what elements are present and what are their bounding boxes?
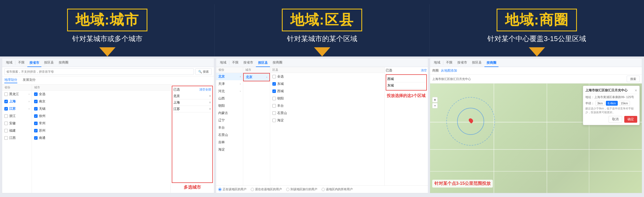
clear-all-btn[interactable]: 清空全部 [199,88,211,92]
tab-unlimited[interactable]: 不限 [16,60,27,65]
list-item[interactable]: ✓ 西城 [270,88,384,95]
list-item[interactable]: 海淀 [270,117,384,124]
chevron-right-icon: › [29,107,29,110]
checkbox-checked: ✓ [34,100,38,103]
remove-icon[interactable]: ✕ [209,107,211,111]
chevron-right-icon: › [29,93,29,96]
selected-label2: 已选 [386,68,392,73]
district-name: 石景山 [277,111,287,115]
radio-item[interactable]: 正在该地区的用户 [218,187,246,191]
remove-icon[interactable]: ✕ [209,94,211,98]
radius-6km-btn[interactable]: 6.4km [606,101,618,106]
list-item[interactable]: ✓ 苏州 [32,127,170,134]
list-item[interactable]: 吉林 [216,139,243,146]
list-item[interactable]: 全选 [270,73,384,80]
tab2-by-province[interactable]: 按省市 [241,60,255,65]
tab-by-circle[interactable]: 按商圈 [57,60,71,65]
search-button[interactable]: 🔍 搜索 [195,68,212,75]
province-col: 省份 黑龙江 › ✓ 上海 › ✓ 江苏 › [2,85,32,193]
tab3-by-circle[interactable]: 按商圈 [484,58,498,67]
list-item[interactable]: ✓ 东城 [270,80,384,88]
panel1-subtabs: 地理划分 发展划分 [2,76,214,85]
list-item[interactable]: ✓ 无锡 [32,105,170,112]
radio-item[interactable]: 该地区内的所有用户 [322,187,353,191]
radio-item[interactable]: 居住在该地区的用户 [251,187,282,191]
list-item[interactable]: 北京 › [216,73,243,80]
radius-3km-btn[interactable]: 3km [595,101,605,106]
subtab-geo[interactable]: 地理划分 [4,78,17,83]
tab2-by-circle[interactable]: 按商圈 [270,60,285,65]
map-zoom-controls: + − [432,97,438,108]
radius-15km-btn[interactable]: 15km [619,101,630,106]
checkbox-unchecked [272,111,276,115]
list-item[interactable]: 河北 › [216,88,243,95]
list-item[interactable]: 朝阳 [270,95,384,102]
list-item[interactable]: ✓ 徐州 [32,112,170,120]
tab-by-province[interactable]: 按省市 [27,58,41,67]
list-item[interactable]: 辽宁 [216,117,243,124]
list-item[interactable]: 天津 › [216,80,243,88]
city-col: 城市 ✓ 全选 ✓ 南京 ✓ 无锡 ✓ 徐州 [32,85,171,193]
city-subtitle: 针对某城市或多个城市 [72,34,143,44]
list-item[interactable]: 丰台 [270,102,384,109]
zoom-out-btn[interactable]: − [432,103,438,108]
list-item[interactable]: ✓ 南通 [32,134,170,142]
city-name: 常州 [39,121,45,126]
radio-icon [218,188,222,191]
list-item[interactable]: 福建 [2,127,32,134]
popup-hint: 建议选少于6km，低于该半径竞争对手较少，投放效果可能更好。 [585,107,637,114]
list-item[interactable]: 丰台 [216,124,243,131]
popup-close-icon[interactable]: ✕ [635,89,637,92]
search-input[interactable] [4,68,194,75]
clear-btn[interactable]: 清空 [421,68,427,72]
selected-item: 江苏 ✕ [173,106,211,112]
panel2-body: 省份 北京 › 天津 › 河北 › 山西 [216,67,428,185]
list-item[interactable]: 石景山 [216,131,243,139]
list-item[interactable]: ✓ 全选 [32,91,170,98]
selected-district-item: 东城 [387,82,425,89]
cancel-btn[interactable]: 取消 [609,116,622,123]
tab3-unlimited[interactable]: 不限 [444,60,455,65]
confirm-btn[interactable]: 确定 [624,116,637,123]
p2-province-header: 省份 [216,67,243,73]
list-item[interactable]: ✓ 南京 [32,98,170,105]
list-item[interactable]: 山西 [216,95,243,102]
tab-by-district[interactable]: 按区县 [42,60,56,65]
list-item[interactable]: 浙江 [2,112,32,120]
chevron-right-icon: › [240,75,241,78]
list-item[interactable]: 石景山 [270,109,384,117]
selected-label: 已选 [173,87,180,92]
zoom-in-btn[interactable]: + [432,97,438,102]
list-item[interactable]: 海淀 [216,146,243,153]
list-item[interactable]: ✓ 江苏 › [2,105,32,112]
map-search-btn[interactable]: 搜索 [627,76,640,82]
list-item[interactable]: 北京 › [243,73,270,81]
radio-item[interactable]: 到该地区旅行的用户 [286,187,317,191]
list-item[interactable]: ✓ 常州 [32,120,170,127]
p2-selected-box: 西城 东城 [386,74,427,91]
list-item[interactable]: 江西 [2,134,32,142]
list-item[interactable]: 朝阳 [216,102,243,109]
list-item[interactable]: 安徽 [2,120,32,127]
tab2-by-district[interactable]: 按区县 [256,58,270,67]
city-name: 苏州 [39,128,45,133]
selected-item: 北京 ✕ [173,93,211,99]
map-visual[interactable]: + − 上海市徐汇区徐汇日月光中心 ✕ 地址：上海市黄浦区泰康路99- 125号… [430,84,642,193]
checkbox-unchecked [272,75,276,78]
panel1-search: 🔍 搜索 [2,67,214,76]
tab3-by-province[interactable]: 按省市 [455,60,469,65]
tab3-by-district[interactable]: 按区县 [470,60,484,65]
list-item[interactable]: ✓ 上海 › [2,98,32,105]
panel-biz: 地域 不限 按省市 按区县 按商圈 商圈 从地图添加 上海市徐汇区徐汇日月光中心… [430,58,642,193]
remove-icon[interactable]: ✕ [209,101,211,104]
tab2-unlimited[interactable]: 不限 [230,60,241,65]
list-item[interactable]: 黑龙江 › [2,91,32,98]
list-item[interactable]: 内蒙古 [216,109,243,117]
province-name: 内蒙古 [218,111,228,115]
tab2-region-label: 地域 [218,60,229,65]
add-from-map-btn[interactable]: 从地图添加 [441,68,457,73]
content-section: 地域 不限 按省市 按区县 按商圈 🔍 搜索 地理划分 发展划分 [0,56,644,197]
province-name: 河北 [218,89,225,94]
radius-row: 半径： 3km 6.4km 15km [585,101,637,106]
subtab-dev[interactable]: 发展划分 [23,78,36,83]
